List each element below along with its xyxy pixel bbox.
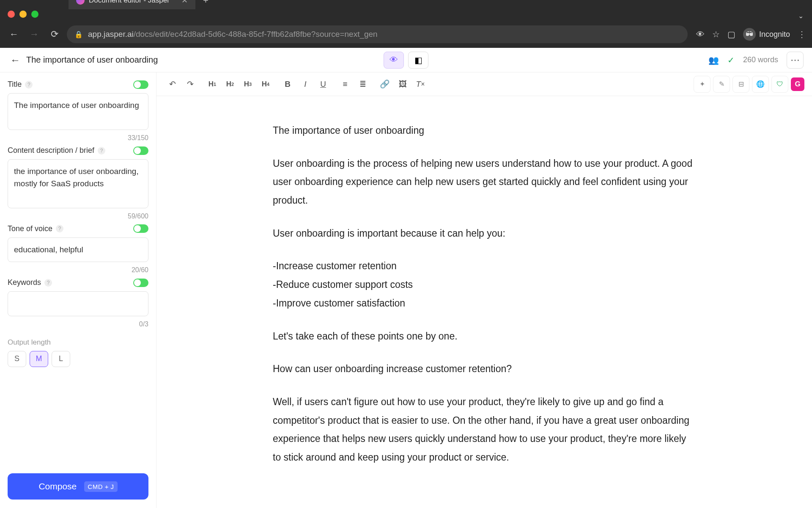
ai-tool-2[interactable]: ✎ <box>713 76 730 93</box>
link-button[interactable]: 🔗 <box>376 76 393 93</box>
size-l-button[interactable]: L <box>52 351 70 367</box>
split-mode-button[interactable]: ◧ <box>408 52 428 69</box>
url-path: /docs/edit/ec42d8ad-5d6c-488a-85cf-7ffb6… <box>134 30 378 39</box>
tone-field-group: Tone of voice ? 20/60 <box>8 224 148 274</box>
globe-button[interactable]: 🌐 <box>752 76 769 93</box>
tone-label: Tone of voice <box>8 224 52 233</box>
paragraph[interactable]: User onboarding is the process of helpin… <box>273 155 696 210</box>
title-input[interactable] <box>8 93 148 130</box>
keywords-input[interactable] <box>8 291 148 316</box>
underline-button[interactable]: U <box>315 76 332 93</box>
document-title: The importance of user onboarding <box>26 55 158 65</box>
title-char-count: 33/150 <box>8 134 148 142</box>
incognito-badge: 🕶 Incognito <box>743 28 790 41</box>
menu-icon[interactable]: ⋮ <box>798 29 806 39</box>
address-row: ← → ⟳ 🔒 app.jasper.ai/docs/edit/ec42d8ad… <box>0 22 812 47</box>
extensions-icon[interactable]: ▢ <box>727 29 735 39</box>
output-length-group: Output length S M L <box>8 338 148 367</box>
compose-button[interactable]: Compose CMD + J <box>8 473 148 500</box>
tone-char-count: 20/60 <box>8 266 148 274</box>
italic-button[interactable]: I <box>297 76 314 93</box>
new-tab-button[interactable]: + <box>203 0 208 6</box>
help-icon[interactable]: ? <box>25 81 33 88</box>
app-header: ← The importance of user onboarding 👁 ◧ … <box>0 48 812 72</box>
more-button[interactable]: ⋯ <box>787 52 804 69</box>
chevron-down-icon[interactable]: ⌄ <box>798 12 804 20</box>
tab-favicon <box>76 0 85 5</box>
tone-input[interactable] <box>8 237 148 262</box>
clear-format-button[interactable]: T× <box>412 76 429 93</box>
incognito-label: Incognito <box>759 30 790 39</box>
title-toggle[interactable] <box>133 80 148 89</box>
forward-button[interactable]: → <box>26 26 42 42</box>
doc-heading[interactable]: The importance of user onboarding <box>273 121 696 140</box>
h2-button[interactable]: H2 <box>222 76 239 93</box>
back-arrow-button[interactable]: ← <box>8 53 22 67</box>
address-bar[interactable]: 🔒 app.jasper.ai/docs/edit/ec42d8ad-5d6c-… <box>67 25 688 43</box>
redo-button[interactable]: ↷ <box>182 76 199 93</box>
paragraph[interactable]: Let's take each of these points one by o… <box>273 327 696 346</box>
brief-input[interactable] <box>8 159 148 208</box>
compose-shortcut: CMD + J <box>84 481 117 492</box>
help-icon[interactable]: ? <box>98 147 105 155</box>
document-canvas[interactable]: The importance of user onboarding User o… <box>156 96 812 508</box>
unordered-list-button[interactable]: ≣ <box>354 76 371 93</box>
help-icon[interactable]: ? <box>56 225 63 232</box>
brief-label: Content description / brief <box>8 146 94 155</box>
collaborators-icon[interactable]: 👥 <box>708 55 719 65</box>
sidebar: Title ? 33/150 Content description / bri… <box>0 72 156 508</box>
keywords-char-count: 0/3 <box>8 320 148 328</box>
doc-content[interactable]: The importance of user onboarding User o… <box>256 121 713 467</box>
back-button[interactable]: ← <box>6 26 22 42</box>
shield-icon[interactable]: 🛡 <box>771 76 788 93</box>
bullet-line[interactable]: -Improve customer satisfaction <box>273 294 696 313</box>
brief-toggle[interactable] <box>133 146 148 155</box>
output-length-label: Output length <box>8 338 148 347</box>
header-right: 👥 ✓ 260 words ⋯ <box>708 52 804 69</box>
panel-icon: ◧ <box>414 55 422 65</box>
paragraph[interactable]: Well, if users can't figure out how to u… <box>273 393 696 467</box>
app-body: Title ? 33/150 Content description / bri… <box>0 72 812 508</box>
window-maximize[interactable] <box>31 11 38 18</box>
reload-button[interactable]: ⟳ <box>47 26 63 42</box>
bullet-line[interactable]: -Increase customer retention <box>273 257 696 276</box>
tab-title: Document editor - Jasper <box>89 0 170 5</box>
h1-button[interactable]: H1 <box>204 76 221 93</box>
size-s-button[interactable]: S <box>8 351 26 367</box>
keywords-field-group: Keywords ? 0/3 <box>8 278 148 328</box>
eye-off-icon[interactable]: 👁 <box>696 30 705 39</box>
view-mode-controls: 👁 ◧ <box>384 52 428 69</box>
incognito-icon: 🕶 <box>743 28 756 41</box>
url-text: app.jasper.ai/docs/edit/ec42d8ad-5d6c-48… <box>88 30 378 39</box>
ordered-list-button[interactable]: ≡ <box>337 76 354 93</box>
size-m-button[interactable]: M <box>30 351 48 367</box>
ai-tool-1[interactable]: ✦ <box>694 76 710 93</box>
tabs-row: Document editor - Jasper ✕ + <box>69 0 208 9</box>
window-minimize[interactable] <box>19 11 27 18</box>
app: ← The importance of user onboarding 👁 ◧ … <box>0 48 812 508</box>
compose-label: Compose <box>38 481 77 491</box>
window-close[interactable] <box>8 11 15 18</box>
bullet-line[interactable]: -Reduce customer support costs <box>273 276 696 294</box>
browser-tab[interactable]: Document editor - Jasper ✕ <box>69 0 195 9</box>
help-icon[interactable]: ? <box>44 279 52 287</box>
h4-button[interactable]: H4 <box>257 76 274 93</box>
paragraph[interactable]: How can user onboarding increase custome… <box>273 360 696 378</box>
h3-button[interactable]: H3 <box>239 76 256 93</box>
bold-button[interactable]: B <box>279 76 296 93</box>
image-button[interactable]: 🖼 <box>394 76 411 93</box>
lock-icon: 🔒 <box>74 30 83 39</box>
tab-close-icon[interactable]: ✕ <box>181 0 188 5</box>
undo-button[interactable]: ↶ <box>164 76 181 93</box>
brief-char-count: 59/600 <box>8 213 148 220</box>
editor-area: ↶ ↷ H1 H2 H3 H4 B I U ≡ ≣ <box>156 72 812 508</box>
paragraph[interactable]: User onboarding is important because it … <box>273 224 696 243</box>
url-host: app.jasper.ai <box>88 30 134 39</box>
keywords-toggle[interactable] <box>133 279 148 287</box>
focus-mode-button[interactable]: 👁 <box>384 52 404 69</box>
tone-toggle[interactable] <box>133 224 148 233</box>
ai-tool-3[interactable]: ⊟ <box>732 76 749 93</box>
star-icon[interactable]: ☆ <box>712 29 720 39</box>
grammarly-badge[interactable]: G <box>791 77 804 91</box>
address-icons: 👁 ☆ ▢ 🕶 Incognito ⋮ <box>696 28 806 41</box>
